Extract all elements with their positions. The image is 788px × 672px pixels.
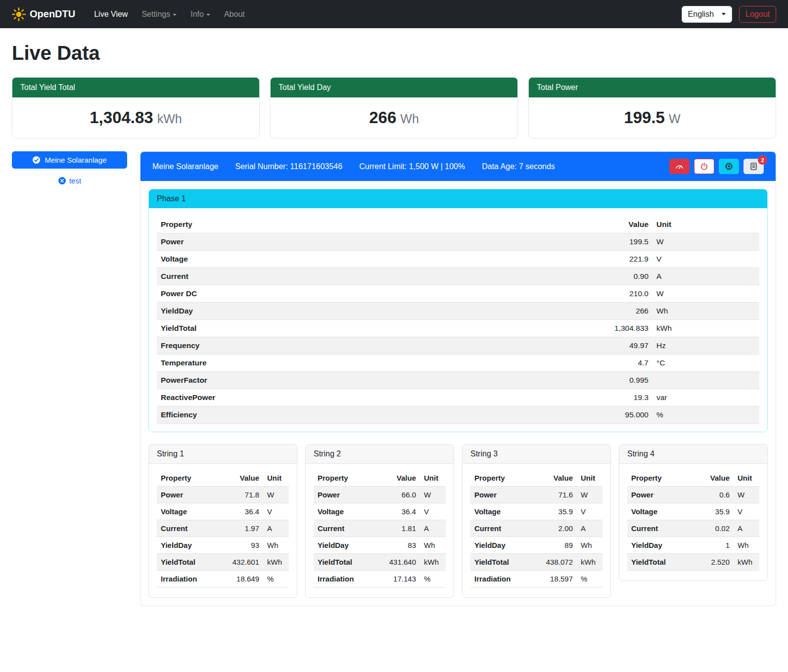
table-row: YieldDay93Wh [157, 537, 289, 554]
page-title: Live Data [12, 42, 776, 64]
nav-item-info[interactable]: Info [185, 6, 215, 23]
language-select[interactable]: English [682, 6, 732, 23]
table-row: Power199.5W [157, 233, 759, 251]
property-label: YieldTotal [157, 554, 218, 571]
card-body: 199.5W [529, 97, 776, 138]
card-header: Total Yield Total [12, 78, 259, 97]
string-card-header: String 2 [306, 445, 454, 464]
property-label: YieldDay [470, 537, 531, 554]
inverter-panel: Meine Solaranlage Serial Number: 1161716… [140, 151, 776, 606]
column-unit: Unit [734, 470, 759, 487]
property-label: PowerFactor [157, 372, 588, 389]
property-label: Voltage [157, 251, 588, 268]
string-card-header: String 4 [619, 445, 767, 464]
property-unit: Wh [577, 537, 603, 554]
x-circle-icon[interactable] [58, 177, 66, 185]
table-row: Power66.0W [314, 487, 446, 503]
table-row: Irradiation18.649% [157, 571, 289, 587]
nav-item-live-view[interactable]: Live View [89, 6, 133, 23]
property-value: 18.597 [531, 571, 577, 587]
property-value: 19.3 [588, 389, 652, 406]
property-label: Power [470, 487, 531, 503]
card-unit: kWh [157, 112, 182, 126]
card-unit: Wh [400, 112, 419, 126]
string-card-4: String 4 Property Value Unit [619, 444, 768, 581]
property-label: Power [157, 487, 218, 503]
property-unit: % [652, 406, 759, 424]
card-total-yield-day: Total Yield Day 266Wh [270, 77, 518, 138]
column-property: Property [157, 216, 588, 233]
property-unit: W [577, 487, 603, 503]
table-row: Frequency49.97Hz [157, 337, 759, 355]
property-value: 17.143 [374, 571, 420, 587]
inverter-select-button[interactable]: Meine Solaranlage [12, 151, 127, 169]
property-value: 89 [531, 537, 577, 554]
property-label: Irradiation [314, 571, 374, 587]
property-value: 71.8 [218, 487, 263, 503]
table-row: YieldTotal432.601kWh [157, 554, 289, 571]
tag-test[interactable]: test [12, 177, 127, 185]
string-table: Property Value Unit Power71.6W Voltage35… [470, 470, 603, 587]
nav-item-settings[interactable]: Settings [137, 6, 182, 23]
table-row: PowerFactor0.995 [157, 372, 759, 389]
property-value: 431.640 [374, 554, 420, 571]
string-card-2: String 2 Property Value Unit [305, 444, 454, 598]
property-label: Current [157, 520, 218, 537]
table-row: YieldTotal431.640kWh [314, 554, 446, 571]
string-table: Property Value Unit Power66.0W Voltage36… [314, 470, 446, 587]
property-value: 0.02 [688, 520, 734, 537]
chevron-down-icon [173, 14, 177, 16]
property-value: 266 [588, 303, 652, 320]
property-unit: Wh [734, 537, 759, 554]
brand[interactable]: OpenDTU [12, 7, 75, 21]
logout-button[interactable]: Logout [739, 6, 776, 23]
property-value: 221.9 [588, 251, 652, 268]
device-info-button[interactable] [719, 159, 739, 174]
card-value: 1,304.83 [90, 108, 153, 127]
nav-item-about[interactable]: About [219, 6, 250, 23]
property-unit: A [263, 520, 289, 537]
column-unit: Unit [263, 470, 289, 487]
power-toggle-button[interactable] [694, 159, 714, 174]
table-row: Power0.6W [627, 487, 759, 503]
property-unit: Wh [263, 537, 289, 554]
column-value: Value [218, 470, 263, 487]
inverter-sidebar: Meine Solaranlage test [12, 151, 127, 185]
inverter-action-buttons: 2 [669, 159, 764, 174]
inverter-panel-header: Meine Solaranlage Serial Number: 1161716… [140, 152, 776, 181]
property-value: 1.81 [374, 520, 420, 537]
property-label: YieldDay [157, 537, 218, 554]
card-value: 199.5 [624, 108, 665, 127]
property-unit: °C [652, 355, 759, 372]
card-body: 1,304.83kWh [12, 97, 259, 138]
column-property: Property [470, 470, 531, 487]
property-label: YieldTotal [157, 320, 588, 337]
table-row: ReactivePower19.3var [157, 389, 759, 406]
property-value: 35.9 [531, 503, 577, 520]
table-row: YieldDay266Wh [157, 303, 759, 320]
table-row: Efficiency95.000% [157, 406, 759, 424]
property-label: Power [314, 487, 374, 503]
property-unit: W [652, 233, 759, 251]
string-table: Property Value Unit Power0.6W Voltage35.… [627, 470, 759, 571]
property-unit: kWh [263, 554, 289, 571]
table-row: Voltage221.9V [157, 251, 759, 268]
property-unit: kWh [577, 554, 603, 571]
property-unit: W [652, 285, 759, 303]
cpu-icon [725, 162, 733, 171]
column-value: Value [588, 216, 652, 233]
limit-settings-button[interactable] [669, 159, 690, 174]
phase-card-header: Phase 1 [149, 189, 767, 208]
property-value: 2.00 [531, 520, 577, 537]
table-row: Current1.81A [314, 520, 446, 537]
event-log-button[interactable]: 2 [743, 159, 764, 174]
property-value: 95.000 [588, 406, 652, 424]
column-unit: Unit [420, 470, 446, 487]
string-card-header: String 3 [463, 445, 610, 464]
property-unit: kWh [420, 554, 446, 571]
property-value: 210.0 [588, 285, 652, 303]
table-header-row: Property Value Unit [470, 470, 603, 487]
property-unit: Wh [420, 537, 446, 554]
table-header-row: Property Value Unit [627, 470, 759, 487]
property-unit: % [263, 571, 289, 587]
